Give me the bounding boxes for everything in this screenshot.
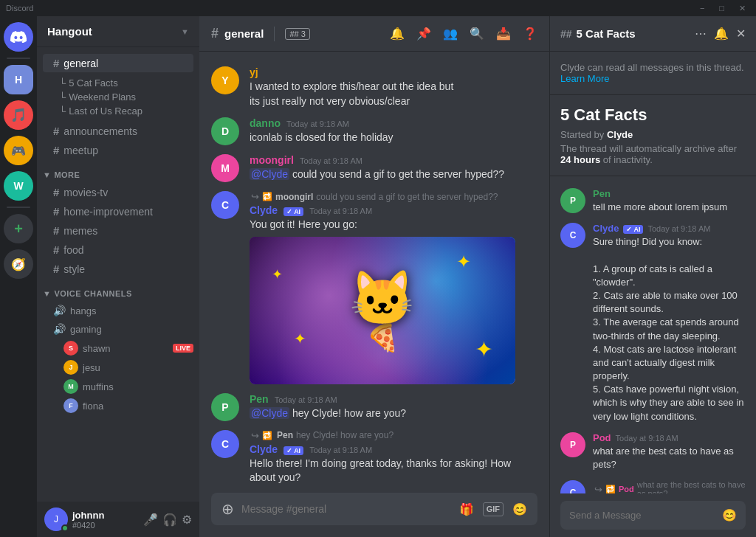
voice-member-shawn[interactable]: S shawn LIVE xyxy=(37,339,199,358)
thread-item-5catfacts[interactable]: └ 5 Cat Facts xyxy=(59,76,189,90)
voice-channel-gaming[interactable]: 🔊 gaming xyxy=(43,320,193,338)
voice-avatar-jesu: J xyxy=(63,360,78,375)
table-row: Y yj I wanted to explore this/hear out t… xyxy=(199,63,549,111)
pins-button[interactable]: 📌 xyxy=(416,27,431,41)
help-button[interactable]: ❓ xyxy=(523,27,537,41)
chat-messages: Y yj I wanted to explore this/hear out t… xyxy=(199,52,549,493)
message-author: moongirl xyxy=(250,154,294,166)
thread-item-lastofus[interactable]: └ Last of Us Recap xyxy=(59,104,189,118)
thread-archive-note: The thread will automatically archive af… xyxy=(560,143,746,165)
hash-icon-home: # xyxy=(53,205,59,218)
learn-more-link[interactable]: Learn More xyxy=(560,73,609,84)
mic-button[interactable]: 🎤 xyxy=(143,513,158,527)
close-button[interactable]: ✕ xyxy=(735,4,750,13)
search-button[interactable]: 🔍 xyxy=(470,27,484,41)
star-decoration: ✦ xyxy=(294,330,306,347)
star-decoration: ✦ xyxy=(456,252,471,272)
user-discriminator: #0420 xyxy=(72,521,139,530)
message-timestamp: Today at 9:18 AM xyxy=(300,156,362,165)
thread-count: 3 xyxy=(301,30,306,38)
voice-member-jesu[interactable]: J jesu xyxy=(37,358,199,377)
avatar: P xyxy=(211,393,239,421)
hash-icon-meet: # xyxy=(53,144,59,156)
category-voice[interactable]: ▼ VOICE CHANNELS xyxy=(37,279,199,301)
message-header: danno Today at 9:18 AM xyxy=(250,117,537,129)
gift-button[interactable]: 🎁 xyxy=(459,502,474,516)
thread-close-button[interactable]: ✕ xyxy=(736,27,746,41)
settings-button[interactable]: ⚙ xyxy=(182,513,192,527)
inbox-button[interactable]: 📥 xyxy=(496,27,511,41)
explore-servers-button[interactable]: 🧭 xyxy=(4,249,33,279)
channel-item-home-improvement[interactable]: # home-improvement xyxy=(43,202,193,221)
table-row: C 🔁 moongirl could you send a gif to get… xyxy=(199,188,549,387)
headphone-button[interactable]: 🎧 xyxy=(162,513,177,527)
thread-started-info: 5 Cat Facts Started by Clyde The thread … xyxy=(550,95,756,176)
thread-started-by: Started by Clyde xyxy=(560,129,746,140)
thread-started-title: 5 Cat Facts xyxy=(560,105,746,125)
attach-file-button[interactable]: ⊕ xyxy=(221,500,234,518)
emoji-button[interactable]: 😊 xyxy=(512,502,527,516)
thread-message-text: Sure thing! Did you know: 1. A group of … xyxy=(593,235,746,423)
voice-avatar-fiona: F xyxy=(63,398,78,413)
minimize-button[interactable]: − xyxy=(695,4,709,13)
message-timestamp: Today at 9:18 AM xyxy=(309,207,372,215)
channel-item-meetup[interactable]: # meetup xyxy=(43,141,193,159)
channel-item-memes[interactable]: # memes xyxy=(43,221,193,240)
thread-hash-icon: ## xyxy=(560,28,572,40)
thread-panel: ## 5 Cat Facts ⋯ 🔔 ✕ Clyde can read all … xyxy=(549,16,756,537)
thread-count-badge[interactable]: ## 3 xyxy=(285,28,309,40)
message-text: I wanted to explore this/hear out the id… xyxy=(250,80,537,108)
voice-member-fiona[interactable]: F fiona xyxy=(37,396,199,415)
server-icon-2[interactable]: 🎵 xyxy=(4,100,33,130)
thread-message-content: 🔁 Pod what are the best cats to have as … xyxy=(593,480,746,493)
channel-item-general[interactable]: # general xyxy=(43,54,193,72)
thread-reply-preview: 🔁 Pod what are the best cats to have as … xyxy=(593,480,746,493)
thread-emoji-button[interactable]: 😊 xyxy=(722,508,737,522)
channel-item-style[interactable]: # style xyxy=(43,260,193,278)
avatar: M xyxy=(211,154,239,182)
hash-icon-ann: # xyxy=(53,125,59,137)
voice-member-muffins[interactable]: M muffins xyxy=(37,377,199,396)
maximize-button[interactable]: □ xyxy=(715,4,729,13)
speaker-icon-gaming: 🔊 xyxy=(53,323,66,335)
message-timestamp: Today at 9:18 AM xyxy=(275,395,337,404)
thread-notifications-button[interactable]: 🔔 xyxy=(714,27,729,41)
server-icon-3[interactable]: 🎮 xyxy=(4,136,33,165)
chat-input[interactable] xyxy=(241,503,452,515)
window-controls[interactable]: − □ ✕ xyxy=(695,4,750,13)
voice-channel-hangs[interactable]: 🔊 hangs xyxy=(43,302,193,319)
chat-input-icons: 🎁 GIF 😊 xyxy=(459,502,527,516)
hash-icon-food: # xyxy=(53,243,59,256)
star-decoration: ✦ xyxy=(475,336,493,362)
chevron-icon-more: ▼ xyxy=(43,170,51,179)
message-text: Hello there! I'm doing great today, than… xyxy=(250,457,537,485)
message-content: 🔁 moongirl could you send a gif to get t… xyxy=(250,191,537,384)
channel-item-food[interactable]: # food xyxy=(43,240,193,259)
home-server-icon[interactable] xyxy=(4,22,33,52)
thread-more-button[interactable]: ⋯ xyxy=(695,27,707,41)
members-button[interactable]: 👥 xyxy=(443,27,458,41)
message-author: Clyde xyxy=(250,204,278,216)
add-server-button[interactable]: + xyxy=(4,214,33,243)
channel-item-movies-tv[interactable]: # movies-tv xyxy=(43,183,193,201)
thread-input-box: 😊 xyxy=(560,501,746,530)
online-status-dot xyxy=(61,524,69,532)
thread-avatar: C xyxy=(560,223,585,248)
gif-button[interactable]: GIF xyxy=(483,502,504,516)
thread-panel-header: ## 5 Cat Facts ⋯ 🔔 ✕ xyxy=(550,16,756,52)
thread-reply-author: Pod xyxy=(619,485,634,493)
channel-item-announcements[interactable]: # announcements xyxy=(43,122,193,140)
thread-item-weekendplans[interactable]: └ Weekend Plans xyxy=(59,90,189,104)
server-icon-hangout[interactable]: H xyxy=(4,65,33,94)
list-item: C Clyde AI Today at 9:18 AM Sure thing! … xyxy=(550,218,756,428)
thread-input-area: 😊 xyxy=(550,493,756,537)
notifications-button[interactable]: 🔔 xyxy=(390,27,405,41)
user-avatar: J xyxy=(44,507,68,531)
thread-line-icon-2: └ xyxy=(59,91,66,103)
server-name[interactable]: Hangout ▼ xyxy=(37,16,199,47)
category-more[interactable]: ▼ MORE xyxy=(37,160,199,182)
server-sidebar: H 🎵 🎮 W + 🧭 xyxy=(0,16,37,537)
thread-message-input[interactable] xyxy=(569,510,716,521)
server-icon-4[interactable]: W xyxy=(4,171,33,201)
thread-message-timestamp: Today at 9:18 AM xyxy=(616,434,678,443)
